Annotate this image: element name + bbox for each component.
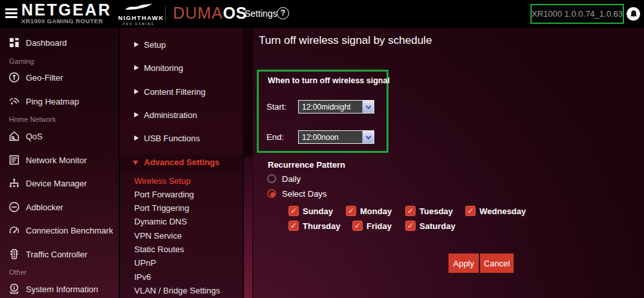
nav-item-upnp[interactable]: UPnP bbox=[134, 258, 237, 269]
sidebar-item-traffic-controller[interactable]: Traffic Controller bbox=[0, 247, 119, 263]
device-manager-icon bbox=[8, 177, 20, 189]
dropdown-arrow-icon bbox=[362, 101, 374, 113]
network-monitor-icon bbox=[8, 154, 20, 166]
recurrence-heading: Recurrence Pattern bbox=[268, 160, 345, 170]
start-time-value: 12:00midnight bbox=[302, 103, 350, 112]
nav-item-port-triggering[interactable]: Port Triggering bbox=[134, 203, 237, 214]
schedule-highlight-box: When to turn off wireless signal Start: … bbox=[257, 70, 388, 153]
nav-group-advanced-settings[interactable]: Advanced Settings bbox=[120, 157, 243, 168]
nav-item-wireless-setup[interactable]: Wireless Setup bbox=[134, 176, 237, 187]
nav-group-label: Advanced Settings bbox=[144, 157, 219, 167]
recurrence-option-select-days[interactable]: Select Days bbox=[267, 189, 338, 199]
apply-button[interactable]: Apply bbox=[448, 253, 479, 273]
sidebar-item-ping-heatmap[interactable]: Ping Heatmap bbox=[0, 94, 119, 110]
day-label: Saturday bbox=[419, 221, 456, 231]
nighthawk-bird-icon bbox=[125, 3, 153, 11]
page-title: Turn off wireless signal by schedule bbox=[259, 34, 432, 47]
sidebar-item-label: Network Monitor bbox=[26, 155, 87, 165]
chevron-right-icon bbox=[134, 89, 139, 94]
sidebar-section-other: Other bbox=[9, 268, 27, 276]
nav-scrollbar-thumb[interactable] bbox=[244, 157, 252, 298]
chevron-right-icon bbox=[134, 112, 139, 117]
nav-group-usb-functions[interactable]: USB Functions bbox=[120, 133, 243, 144]
nav-item-ipv6[interactable]: IPv6 bbox=[134, 272, 237, 283]
sidebar-item-qos[interactable]: QoS bbox=[0, 129, 119, 144]
settings-link[interactable]: Settings bbox=[245, 8, 277, 19]
settings-nav-panel: Setup Monitoring Content Filtering Admin… bbox=[120, 28, 243, 298]
nav-scrollbar-track bbox=[243, 28, 253, 298]
nav-item-vlan-bridge-settings[interactable]: VLAN / Bridge Settings bbox=[134, 286, 237, 297]
geo-filter-icon bbox=[8, 72, 20, 83]
schedule-heading: When to turn off wireless signal bbox=[268, 76, 390, 85]
start-label: Start: bbox=[267, 102, 287, 112]
router-admin-screen: NETGEAR XR1000 GAMING ROUTER NIGHTHAWK P… bbox=[0, 0, 644, 298]
brand-subtitle: XR1000 GAMING ROUTER bbox=[21, 17, 112, 25]
topbar-divider bbox=[165, 6, 166, 22]
recurrence-option-daily[interactable]: Daily bbox=[267, 174, 319, 184]
nav-group-label: Content Filtering bbox=[144, 87, 205, 97]
sidebar-section-home-network: Home Network bbox=[9, 115, 56, 123]
start-time-select[interactable]: 12:00midnight bbox=[298, 100, 374, 114]
chevron-right-icon bbox=[134, 135, 139, 141]
checkbox-checked[interactable]: ✓ bbox=[346, 206, 356, 216]
nav-group-content-filtering[interactable]: Content Filtering bbox=[120, 86, 243, 98]
day-label: Friday bbox=[367, 221, 392, 231]
chevron-down-icon bbox=[133, 161, 138, 165]
nav-group-monitoring[interactable]: Monitoring bbox=[120, 63, 243, 74]
cancel-button[interactable]: Cancel bbox=[480, 253, 514, 273]
radio-selected-icon bbox=[267, 189, 276, 198]
main-content: Turn off wireless signal by schedule Whe… bbox=[253, 28, 644, 298]
sidebar-item-adblocker[interactable]: Adblocker bbox=[0, 200, 119, 215]
sidebar-item-label: Ping Heatmap bbox=[26, 97, 79, 106]
chevron-right-icon bbox=[134, 42, 139, 47]
sidebar-section-gaming: Gaming bbox=[9, 57, 34, 65]
day-label: Thursday bbox=[303, 221, 341, 231]
sidebar-item-network-monitor[interactable]: Network Monitor bbox=[0, 153, 119, 168]
hamburger-menu-icon[interactable] bbox=[5, 8, 18, 19]
netgear-logo: NETGEAR XR1000 GAMING ROUTER bbox=[21, 2, 112, 25]
radio-label: Select Days bbox=[282, 189, 327, 199]
duma-text: DUMA bbox=[173, 4, 223, 22]
nighthawk-logo: NIGHTHAWK PRO GAMING bbox=[118, 2, 159, 26]
adblocker-icon bbox=[8, 201, 20, 213]
end-time-select[interactable]: 12:00noon bbox=[298, 130, 374, 144]
nav-group-setup[interactable]: Setup bbox=[120, 39, 243, 51]
dropdown-arrow-icon bbox=[362, 131, 374, 143]
notification-bell-icon[interactable] bbox=[627, 7, 640, 21]
firmware-version-badge: XR1000 1.0.0.74_1.0.63 bbox=[530, 4, 624, 24]
checkbox-checked[interactable]: ✓ bbox=[405, 221, 416, 231]
dumaos-logo: DUMAOS bbox=[173, 5, 247, 22]
help-icon[interactable]: ? bbox=[277, 7, 289, 19]
ping-heatmap-icon bbox=[8, 95, 20, 107]
sidebar-item-system-information[interactable]: System Information bbox=[0, 282, 119, 297]
sidebar-item-device-manager[interactable]: Device Manager bbox=[0, 176, 119, 192]
sidebar-item-label: QoS bbox=[26, 132, 43, 141]
sidebar-item-geo-filter[interactable]: Geo-Filter bbox=[0, 70, 119, 86]
nav-item-vpn-service[interactable]: VPN Service bbox=[134, 231, 237, 242]
sidebar-item-dashboard[interactable]: Dashboard bbox=[0, 35, 119, 51]
nav-item-dynamic-dns[interactable]: Dynamic DNS bbox=[134, 217, 237, 228]
system-information-icon bbox=[8, 283, 20, 295]
day-label: Monday bbox=[360, 206, 392, 216]
nav-group-label: USB Functions bbox=[144, 134, 200, 143]
nighthawk-name: NIGHTHAWK bbox=[118, 14, 159, 21]
nav-group-label: Monitoring bbox=[144, 63, 183, 73]
brand-name: NETGEAR bbox=[21, 2, 112, 17]
sidebar-item-connection-benchmark[interactable]: Connection Benchmark bbox=[0, 223, 119, 239]
checkbox-checked[interactable]: ✓ bbox=[288, 206, 299, 216]
chevron-right-icon bbox=[134, 65, 139, 70]
radio-label: Daily bbox=[282, 174, 301, 184]
sidebar-item-label: Adblocker bbox=[26, 203, 63, 212]
nav-item-static-routes[interactable]: Static Routes bbox=[134, 244, 237, 255]
nav-group-administration[interactable]: Administration bbox=[120, 110, 243, 121]
day-label: Tuesday bbox=[419, 206, 453, 216]
checkbox-checked[interactable]: ✓ bbox=[465, 206, 476, 216]
checkbox-checked[interactable]: ✓ bbox=[288, 221, 299, 231]
nav-item-port-forwarding[interactable]: Port Forwarding bbox=[134, 190, 237, 201]
checkbox-checked[interactable]: ✓ bbox=[352, 221, 363, 231]
checkbox-checked[interactable]: ✓ bbox=[405, 206, 416, 216]
sidebar-item-label: System Information bbox=[26, 284, 98, 294]
qos-icon bbox=[8, 130, 20, 142]
end-time-value: 12:00noon bbox=[302, 133, 339, 142]
dashboard-icon bbox=[8, 37, 20, 48]
